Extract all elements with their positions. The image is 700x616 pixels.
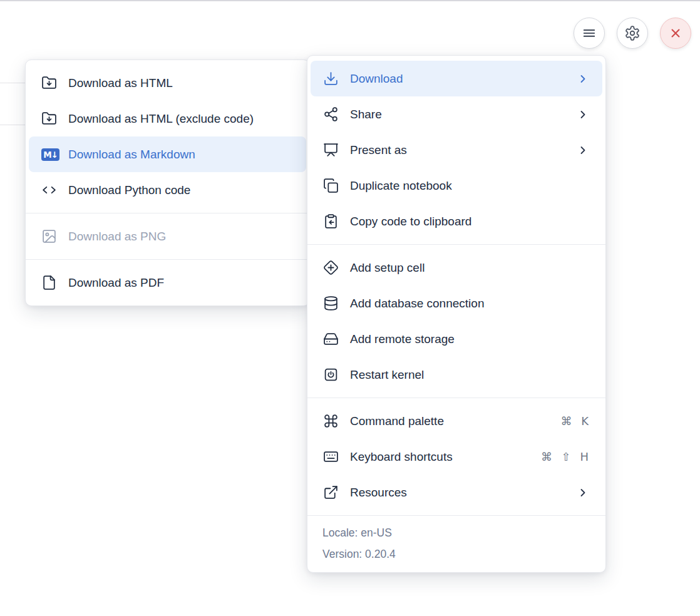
download-submenu: Download as HTML Download as HTML (exclu… — [25, 59, 310, 306]
menu-item-label: Download as HTML — [68, 76, 173, 90]
menu-item-download-python-code[interactable]: Download Python code — [29, 172, 306, 208]
menu-item-add-database-connection[interactable]: Add database connection — [311, 285, 602, 321]
hamburger-icon — [581, 25, 597, 41]
menu-item-label: Download as HTML (exclude code) — [68, 112, 254, 126]
menu-item-download-as-html[interactable]: Download as HTML — [29, 65, 306, 101]
menu-section-share-export: Download Share Present as Duplicate note… — [307, 56, 605, 244]
chevron-right-icon — [577, 144, 589, 157]
keyboard-icon — [323, 449, 339, 465]
chevron-right-icon — [577, 108, 589, 121]
power-square-icon — [323, 367, 339, 382]
menu-item-label: Download as Markdown — [68, 148, 195, 162]
diamond-plus-icon — [323, 260, 339, 275]
submenu-section-pdf: Download as PDF — [26, 259, 309, 305]
menu-item-label: Keyboard shortcuts — [350, 450, 453, 464]
chevron-right-icon — [577, 486, 589, 499]
menu-item-copy-code-to-clipboard[interactable]: Copy code to clipboard — [311, 203, 602, 239]
menu-item-label: Add database connection — [350, 297, 484, 311]
menu-item-download[interactable]: Download — [311, 61, 602, 96]
locale-text: Locale: en-US — [322, 522, 590, 543]
shutdown-button[interactable] — [660, 18, 691, 49]
menu-item-download-as-markdown[interactable]: M↓ Download as Markdown — [29, 136, 306, 172]
menu-item-label: Present as — [350, 143, 407, 157]
share-icon — [323, 106, 339, 122]
menu-section-help: Command palette ⌘ K Keyboard shortcuts ⌘… — [307, 398, 605, 515]
notebook-menu-button[interactable] — [574, 18, 605, 49]
download-icon — [323, 71, 339, 86]
duplicate-icon — [323, 178, 339, 193]
window-top-border — [0, 0, 700, 1]
menu-item-download-as-pdf[interactable]: Download as PDF — [29, 265, 306, 300]
close-icon — [667, 25, 684, 41]
markdown-icon: M↓ — [41, 148, 59, 161]
menu-item-label: Duplicate notebook — [350, 179, 452, 193]
folder-down-icon — [41, 75, 57, 91]
command-icon — [323, 413, 339, 429]
menu-item-add-remote-storage[interactable]: Add remote storage — [311, 321, 602, 357]
clipboard-paste-icon — [323, 213, 339, 229]
background-cell-border — [0, 125, 26, 125]
menu-item-label: Download Python code — [68, 183, 190, 197]
menu-item-label: Add setup cell — [350, 261, 425, 275]
chevron-right-icon — [577, 73, 589, 85]
menu-section-notebook: Add setup cell Add database connection A… — [307, 244, 605, 398]
presentation-icon — [323, 142, 339, 158]
menu-item-download-as-png: Download as PNG — [29, 218, 306, 254]
menu-item-share[interactable]: Share — [311, 96, 602, 132]
image-icon — [41, 228, 57, 244]
menu-item-duplicate-notebook[interactable]: Duplicate notebook — [311, 168, 602, 203]
menu-item-resources[interactable]: Resources — [311, 475, 602, 510]
shortcut-command-shift-h: ⌘ ⇧ H — [541, 450, 589, 463]
file-icon — [41, 275, 57, 290]
menu-item-label: Download as PNG — [68, 230, 166, 244]
menu-item-command-palette[interactable]: Command palette ⌘ K — [311, 403, 602, 439]
menu-item-label: Download as PDF — [68, 276, 164, 290]
menu-item-label: Copy code to clipboard — [350, 215, 471, 228]
menu-item-label: Add remote storage — [350, 332, 455, 346]
menu-item-label: Share — [350, 108, 382, 121]
code-icon — [41, 182, 57, 198]
version-text: Version: 0.20.4 — [322, 543, 590, 565]
menu-footer: Locale: en-US Version: 0.20.4 — [307, 515, 605, 572]
menu-item-keyboard-shortcuts[interactable]: Keyboard shortcuts ⌘ ⇧ H — [311, 439, 602, 475]
menu-item-present-as[interactable]: Present as — [311, 132, 602, 168]
background-cell-border — [0, 83, 26, 83]
menu-item-label: Command palette — [350, 414, 444, 428]
menu-item-add-setup-cell[interactable]: Add setup cell — [311, 250, 602, 285]
notebook-actions-menu: Download Share Present as Duplicate note… — [307, 55, 606, 573]
menu-item-label: Download — [350, 72, 403, 86]
menu-item-download-as-html-exclude-code[interactable]: Download as HTML (exclude code) — [29, 101, 306, 136]
submenu-section-formats: Download as HTML Download as HTML (exclu… — [26, 60, 309, 213]
menu-item-label: Restart kernel — [350, 368, 424, 382]
menu-item-label: Resources — [350, 486, 407, 500]
submenu-section-png: Download as PNG — [26, 213, 309, 259]
folder-down-icon — [41, 111, 57, 126]
shortcut-command-k: ⌘ K — [560, 414, 589, 428]
menu-item-restart-kernel[interactable]: Restart kernel — [311, 357, 602, 393]
gear-icon — [624, 25, 641, 41]
settings-button[interactable] — [617, 18, 648, 49]
hard-drive-icon — [323, 331, 339, 347]
external-link-icon — [323, 485, 339, 500]
database-icon — [323, 295, 339, 311]
